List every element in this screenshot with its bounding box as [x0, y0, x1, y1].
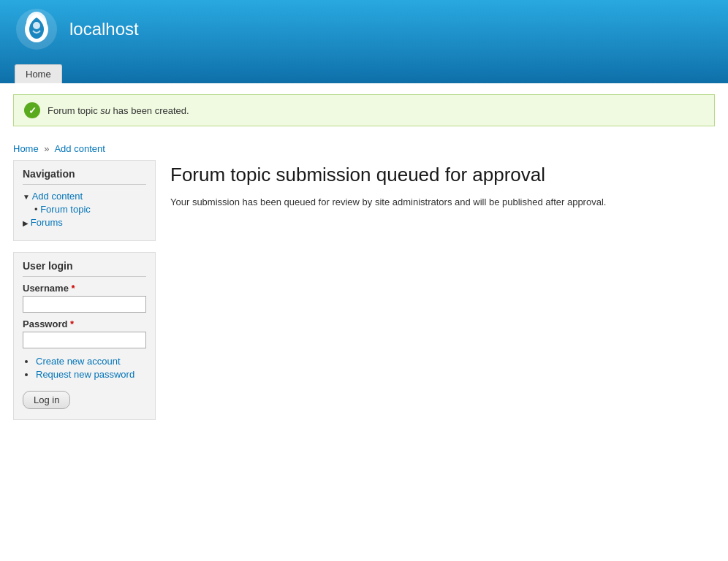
username-input[interactable] — [23, 296, 146, 313]
status-check-icon — [24, 102, 40, 118]
nav-item-forum-topic[interactable]: Forum topic — [23, 204, 146, 215]
request-password-item: Request new password — [36, 369, 146, 380]
sidebar: Navigation Add content Forum topic Forum… — [13, 160, 156, 431]
request-new-password-link[interactable]: Request new password — [36, 369, 134, 380]
nav-item-add-content[interactable]: Add content — [23, 191, 146, 202]
forums-link[interactable]: Forums — [31, 217, 63, 228]
add-content-link[interactable]: Add content — [32, 191, 83, 202]
breadcrumb-separator: » — [44, 143, 49, 154]
create-account-item: Create new account — [36, 356, 146, 367]
page-title: Forum topic submission queued for approv… — [170, 164, 715, 186]
status-text: Forum topic su has been created. — [48, 105, 189, 116]
breadcrumb-home-link[interactable]: Home — [13, 143, 39, 154]
breadcrumb-add-content-link[interactable]: Add content — [54, 143, 105, 154]
login-links: Create new account Request new password — [23, 356, 146, 380]
svg-point-2 — [33, 22, 40, 29]
tab-home[interactable]: Home — [15, 64, 62, 83]
site-name: localhost — [69, 19, 139, 39]
password-label: Password * — [23, 318, 146, 329]
content-description: Your submission has been queued for revi… — [170, 196, 715, 207]
drupal-logo — [15, 7, 58, 51]
username-label: Username * — [23, 283, 146, 294]
breadcrumb: Home » Add content — [0, 137, 728, 160]
password-input[interactable] — [23, 332, 146, 348]
nav-item-forums[interactable]: Forums — [23, 217, 146, 228]
status-message: Forum topic su has been created. — [13, 94, 715, 126]
user-login-block: User login Username * Password * Create … — [13, 252, 156, 420]
user-login-title: User login — [23, 260, 146, 277]
navigation-block: Navigation Add content Forum topic Forum… — [13, 160, 156, 241]
create-new-account-link[interactable]: Create new account — [36, 356, 121, 367]
main-content: Forum topic submission queued for approv… — [170, 160, 715, 431]
log-in-button[interactable]: Log in — [23, 391, 70, 409]
forum-topic-link[interactable]: Forum topic — [40, 204, 91, 215]
navigation-title: Navigation — [23, 168, 146, 185]
